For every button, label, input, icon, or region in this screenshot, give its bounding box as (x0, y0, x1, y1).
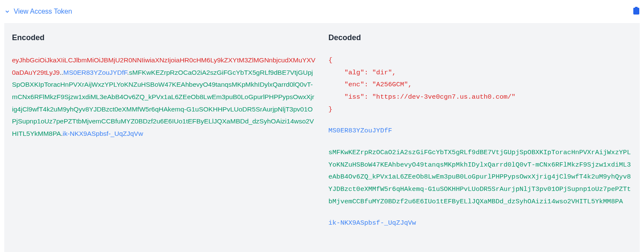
encoded-tag-segment: ik-NKX9ASpbsf-_UqZJqVw (63, 130, 143, 137)
decoded-tag: ik-NKX9ASpbsf-_UqZJqVw (329, 217, 632, 229)
decoded-header-json: { "alg": "dir", "enc": "A256GCM", "iss":… (329, 54, 632, 115)
decoded-iv: MS0ER83YZouJYDfF (329, 125, 632, 137)
svg-rect-1 (635, 7, 638, 9)
header-title: View Access Token (14, 8, 72, 15)
chevron-down-icon (4, 9, 10, 15)
decoded-column: Decoded { "alg": "dir", "enc": "A256GCM"… (329, 33, 632, 239)
toggle-view-token[interactable]: View Access Token (4, 8, 72, 15)
copy-button[interactable] (633, 7, 640, 16)
decoded-ciphertext: sMFKwKEZrpRzOCaO2iA2szGiFGcYbTX5gRLf9dBE… (329, 147, 632, 208)
encoded-column: Encoded eyJhbGciOiJkaXIiLCJlbmMiOiJBMjU2… (12, 33, 316, 239)
encoded-iv-segment: MS0ER83YZouJYDfF (63, 69, 127, 76)
token-header: View Access Token (4, 3, 640, 23)
encoded-token: eyJhbGciOiJkaXIiLCJlbmMiOiJBMjU2R0NNIiwi… (12, 54, 316, 140)
token-panel: Encoded eyJhbGciOiJkaXIiLCJlbmMiOiJBMjU2… (4, 23, 640, 252)
separator-dot: .. (59, 69, 63, 76)
encoded-ciphertext-segment: sMFKwKEZrpRzOCaO2iA2szGiFGcYbTX5gRLf9dBE… (12, 69, 314, 137)
encoded-title: Encoded (12, 33, 316, 42)
svg-rect-0 (633, 8, 639, 15)
clipboard-icon (633, 7, 640, 15)
decoded-title: Decoded (329, 33, 632, 42)
